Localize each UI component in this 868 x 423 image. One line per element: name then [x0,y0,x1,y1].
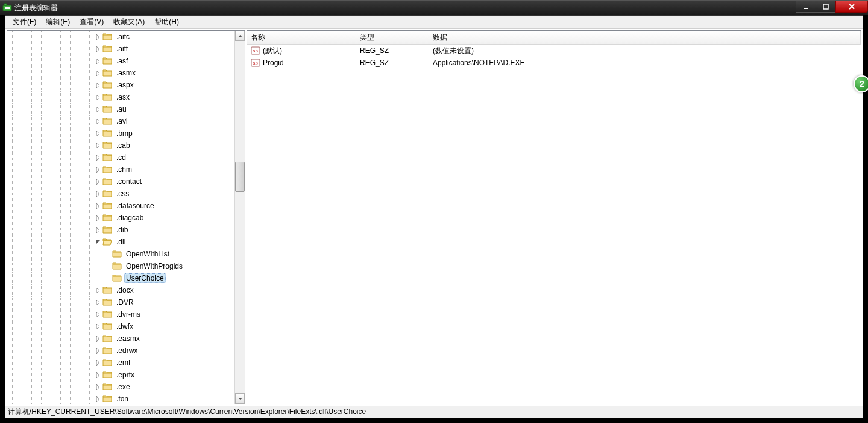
folder-icon [102,382,112,392]
scroll-down-button[interactable] [235,393,245,404]
tree-item[interactable]: .avi [7,115,234,127]
tree-expander-icon[interactable] [94,395,101,402]
folder-icon [102,334,112,343]
tree-item[interactable]: .cd [7,151,234,164]
regedit-icon [2,3,12,13]
tree-item[interactable]: .chm [7,164,234,176]
tree-expander-icon [104,275,111,282]
tree-expander-icon[interactable] [94,57,101,65]
tree-item[interactable]: .dvr-ms [7,308,234,320]
tree-item[interactable]: .eprtx [7,369,234,381]
tree-expander-icon[interactable] [94,154,101,161]
svg-rect-3 [5,8,10,9]
tree-expander-icon[interactable] [94,371,101,378]
maximize-button[interactable] [816,1,836,13]
tree-item[interactable]: .edrwx [7,345,234,357]
tree-item[interactable]: .docx [7,284,234,296]
tree-item[interactable]: .au [7,103,234,115]
tree-item[interactable]: .dwfx [7,320,234,332]
tree-expander-icon[interactable] [94,202,101,209]
tree-expander-icon[interactable] [94,359,101,366]
tree-expander-icon[interactable] [94,238,101,246]
tree-item[interactable]: .DVR [7,296,234,308]
tree-item-label: .asmx [115,68,137,78]
scroll-up-button[interactable] [235,31,245,41]
tree-item[interactable]: OpenWithList [7,248,234,260]
tree-item[interactable]: .fon [7,393,234,404]
folder-icon [102,322,112,331]
folder-icon [102,297,112,307]
tree-expander-icon[interactable] [94,190,101,197]
tree-item[interactable]: .emf [7,357,234,369]
tree-item[interactable]: .dib [7,224,234,236]
tree-item[interactable]: .contact [7,176,234,188]
tree-item[interactable]: .datasource [7,200,234,212]
tree-item[interactable]: .exe [7,381,234,393]
tree-expander-icon[interactable] [94,347,101,354]
col-header-type[interactable]: 类型 [356,31,429,44]
titlebar[interactable]: 注册表编辑器 [0,0,868,15]
tree-expander-icon[interactable] [94,130,101,137]
tree-item[interactable]: .css [7,188,234,200]
scrollbar-track[interactable] [235,41,245,393]
tree-expander-icon[interactable] [94,94,101,101]
tree-expander-icon[interactable] [94,226,101,234]
tree-item[interactable]: .aiff [7,43,234,55]
tree-expander-icon[interactable] [94,287,101,294]
tree-item[interactable]: OpenWithProgids [7,260,234,272]
tree-expander-icon[interactable] [94,323,101,330]
tree-expander-icon[interactable] [94,45,101,52]
tree-pane[interactable]: .aifc.aiff.asf.asmx.aspx.asx.au.avi.bmp.… [7,30,245,404]
tree-expander-icon[interactable] [94,142,101,149]
tree-item[interactable]: .asmx [7,67,234,79]
scrollbar-thumb[interactable] [235,162,245,192]
cell-type: REG_SZ [360,46,389,55]
menu-view[interactable]: 查看(V) [75,16,108,28]
tree-expander-icon[interactable] [94,178,101,185]
list-pane[interactable]: 名称 类型 数据 ab(默认)REG_SZ(数值未设置)abProgidREG_… [247,30,861,404]
list-row[interactable]: ab(默认)REG_SZ(数值未设置) [247,45,861,57]
folder-icon [102,213,112,223]
tree-expander-icon[interactable] [94,214,101,221]
tree-item-label: .cab [115,141,132,150]
folder-icon [102,285,112,295]
tree-expander-icon[interactable] [94,33,101,40]
tree-expander-icon [104,262,111,270]
tree-expander-icon[interactable] [94,383,101,390]
tree-item[interactable]: .aspx [7,79,234,91]
tree-item[interactable]: UserChoice [7,272,234,284]
tree-vertical-scrollbar[interactable] [234,31,245,404]
col-header-name[interactable]: 名称 [247,31,356,44]
close-button[interactable] [835,1,868,13]
tree-item[interactable]: .easmx [7,332,234,345]
col-header-data[interactable]: 数据 [429,31,800,44]
minimize-button[interactable] [796,1,816,13]
tree-expander-icon[interactable] [94,166,101,173]
folder-icon [102,394,112,404]
tree-expander-icon[interactable] [94,69,101,77]
tree-item-label: .easmx [115,334,142,343]
menu-favorites[interactable]: 收藏夹(A) [108,16,149,28]
menu-edit[interactable]: 编辑(E) [41,16,75,28]
tree-expander-icon[interactable] [94,311,101,318]
overlay-badge[interactable]: 2 [854,75,868,92]
tree-item[interactable]: .asx [7,91,234,103]
tree-item[interactable]: .asf [7,55,234,67]
tree-expander-icon[interactable] [94,335,101,342]
tree-item[interactable]: .cab [7,139,234,151]
tree-item[interactable]: .aifc [7,31,234,43]
menu-help[interactable]: 帮助(H) [149,16,184,28]
tree-item-label: .asf [115,56,130,66]
tree-item[interactable]: .dll [7,236,234,248]
menu-file[interactable]: 文件(F) [8,16,41,28]
tree-expander-icon[interactable] [94,81,101,89]
list-header[interactable]: 名称 类型 数据 [247,31,861,45]
tree-item-label: .dvr-ms [115,310,142,319]
tree-expander-icon[interactable] [94,118,101,125]
list-row[interactable]: abProgidREG_SZApplications\NOTEPAD.EXE [247,57,861,69]
tree-item[interactable]: .diagcab [7,212,234,224]
tree-expander-icon[interactable] [94,106,101,113]
folder-icon [102,56,112,66]
tree-item[interactable]: .bmp [7,127,234,139]
tree-expander-icon[interactable] [94,299,101,306]
